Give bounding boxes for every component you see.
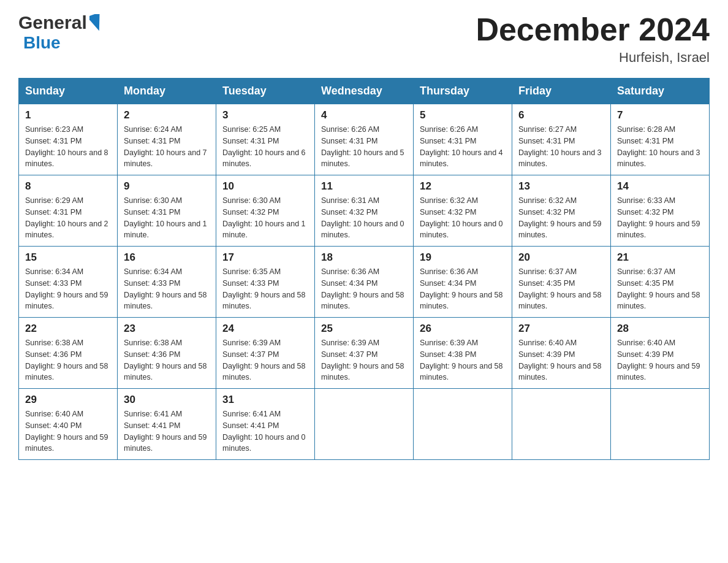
day-info: Sunrise: 6:39 AMSunset: 4:38 PMDaylight:… [420,337,506,383]
empty-cell [315,389,414,460]
page-header: General Blue December 2024 Hurfeish, Isr… [18,12,710,66]
day-info: Sunrise: 6:32 AMSunset: 4:32 PMDaylight:… [420,195,506,241]
day-cell-20: 20Sunrise: 6:37 AMSunset: 4:35 PMDayligh… [512,247,611,318]
day-info: Sunrise: 6:26 AMSunset: 4:31 PMDaylight:… [321,124,407,170]
day-info: Sunrise: 6:40 AMSunset: 4:39 PMDaylight:… [617,337,703,383]
weekday-header-monday: Monday [118,79,216,104]
logo-general-text: General [18,12,87,33]
day-number: 1 [25,109,111,121]
weekday-header-wednesday: Wednesday [315,79,414,104]
day-info: Sunrise: 6:40 AMSunset: 4:40 PMDaylight:… [25,408,111,454]
day-info: Sunrise: 6:30 AMSunset: 4:32 PMDaylight:… [222,195,308,241]
day-info: Sunrise: 6:33 AMSunset: 4:32 PMDaylight:… [617,195,703,241]
day-info: Sunrise: 6:36 AMSunset: 4:34 PMDaylight:… [420,266,506,312]
day-cell-30: 30Sunrise: 6:41 AMSunset: 4:41 PMDayligh… [118,389,216,460]
day-number: 13 [518,180,604,193]
day-info: Sunrise: 6:23 AMSunset: 4:31 PMDaylight:… [25,124,111,170]
day-number: 4 [321,109,407,121]
weekday-header-friday: Friday [512,79,611,104]
day-info: Sunrise: 6:37 AMSunset: 4:35 PMDaylight:… [518,266,604,312]
day-number: 22 [25,323,111,335]
week-row-5: 29Sunrise: 6:40 AMSunset: 4:40 PMDayligh… [19,389,710,460]
day-info: Sunrise: 6:32 AMSunset: 4:32 PMDaylight:… [518,195,604,241]
day-number: 26 [420,323,506,335]
day-info: Sunrise: 6:26 AMSunset: 4:31 PMDaylight:… [420,124,506,170]
day-number: 27 [518,323,604,335]
day-cell-14: 14Sunrise: 6:33 AMSunset: 4:32 PMDayligh… [611,175,710,247]
day-number: 21 [617,251,703,264]
weekday-header-tuesday: Tuesday [216,79,315,104]
day-cell-11: 11Sunrise: 6:31 AMSunset: 4:32 PMDayligh… [315,175,414,247]
day-info: Sunrise: 6:38 AMSunset: 4:36 PMDaylight:… [25,337,111,383]
day-info: Sunrise: 6:34 AMSunset: 4:33 PMDaylight:… [124,266,210,312]
weekday-header-saturday: Saturday [611,79,710,104]
empty-cell [611,389,710,460]
day-number: 18 [321,251,407,264]
day-cell-10: 10Sunrise: 6:30 AMSunset: 4:32 PMDayligh… [216,175,315,247]
day-cell-7: 7Sunrise: 6:28 AMSunset: 4:31 PMDaylight… [611,104,710,175]
day-number: 5 [420,109,506,121]
day-cell-13: 13Sunrise: 6:32 AMSunset: 4:32 PMDayligh… [512,175,611,247]
day-info: Sunrise: 6:39 AMSunset: 4:37 PMDaylight:… [222,337,308,383]
day-cell-9: 9Sunrise: 6:30 AMSunset: 4:31 PMDaylight… [118,175,216,247]
day-number: 30 [124,394,210,406]
weekday-header-row: SundayMondayTuesdayWednesdayThursdayFrid… [19,79,710,104]
day-cell-18: 18Sunrise: 6:36 AMSunset: 4:34 PMDayligh… [315,247,414,318]
day-info: Sunrise: 6:36 AMSunset: 4:34 PMDaylight:… [321,266,407,312]
calendar-table: SundayMondayTuesdayWednesdayThursdayFrid… [18,78,710,460]
weekday-header-sunday: Sunday [19,79,118,104]
day-number: 29 [25,394,111,406]
weekday-header-thursday: Thursday [414,79,512,104]
day-cell-3: 3Sunrise: 6:25 AMSunset: 4:31 PMDaylight… [216,104,315,175]
day-cell-23: 23Sunrise: 6:38 AMSunset: 4:36 PMDayligh… [118,318,216,389]
day-cell-24: 24Sunrise: 6:39 AMSunset: 4:37 PMDayligh… [216,318,315,389]
day-info: Sunrise: 6:35 AMSunset: 4:33 PMDaylight:… [222,266,308,312]
day-info: Sunrise: 6:25 AMSunset: 4:31 PMDaylight:… [222,124,308,170]
day-info: Sunrise: 6:41 AMSunset: 4:41 PMDaylight:… [222,408,308,454]
day-info: Sunrise: 6:34 AMSunset: 4:33 PMDaylight:… [25,266,111,312]
day-info: Sunrise: 6:30 AMSunset: 4:31 PMDaylight:… [124,195,210,241]
day-cell-17: 17Sunrise: 6:35 AMSunset: 4:33 PMDayligh… [216,247,315,318]
day-number: 17 [222,251,308,264]
day-cell-26: 26Sunrise: 6:39 AMSunset: 4:38 PMDayligh… [414,318,512,389]
day-number: 31 [222,394,308,406]
day-cell-27: 27Sunrise: 6:40 AMSunset: 4:39 PMDayligh… [512,318,611,389]
day-number: 19 [420,251,506,264]
day-cell-16: 16Sunrise: 6:34 AMSunset: 4:33 PMDayligh… [118,247,216,318]
day-number: 23 [124,323,210,335]
week-row-1: 1Sunrise: 6:23 AMSunset: 4:31 PMDaylight… [19,104,710,175]
day-number: 2 [124,109,210,121]
day-number: 14 [617,180,703,193]
day-info: Sunrise: 6:40 AMSunset: 4:39 PMDaylight:… [518,337,604,383]
day-number: 15 [25,251,111,264]
day-number: 20 [518,251,604,264]
week-row-2: 8Sunrise: 6:29 AMSunset: 4:31 PMDaylight… [19,175,710,247]
day-info: Sunrise: 6:39 AMSunset: 4:37 PMDaylight:… [321,337,407,383]
day-info: Sunrise: 6:31 AMSunset: 4:32 PMDaylight:… [321,195,407,241]
week-row-4: 22Sunrise: 6:38 AMSunset: 4:36 PMDayligh… [19,318,710,389]
day-info: Sunrise: 6:37 AMSunset: 4:35 PMDaylight:… [617,266,703,312]
logo-triangle-icon [89,14,103,31]
day-info: Sunrise: 6:24 AMSunset: 4:31 PMDaylight:… [124,124,210,170]
day-cell-15: 15Sunrise: 6:34 AMSunset: 4:33 PMDayligh… [19,247,118,318]
month-title: December 2024 [476,12,710,47]
day-number: 6 [518,109,604,121]
day-cell-5: 5Sunrise: 6:26 AMSunset: 4:31 PMDaylight… [414,104,512,175]
day-cell-4: 4Sunrise: 6:26 AMSunset: 4:31 PMDaylight… [315,104,414,175]
day-number: 10 [222,180,308,193]
day-number: 3 [222,109,308,121]
svg-marker-0 [89,14,103,31]
day-cell-21: 21Sunrise: 6:37 AMSunset: 4:35 PMDayligh… [611,247,710,318]
empty-cell [414,389,512,460]
day-number: 8 [25,180,111,193]
day-cell-2: 2Sunrise: 6:24 AMSunset: 4:31 PMDaylight… [118,104,216,175]
logo: General Blue [18,12,103,53]
logo-blue-text: Blue [23,33,61,52]
day-cell-6: 6Sunrise: 6:27 AMSunset: 4:31 PMDaylight… [512,104,611,175]
empty-cell [512,389,611,460]
day-cell-25: 25Sunrise: 6:39 AMSunset: 4:37 PMDayligh… [315,318,414,389]
day-number: 16 [124,251,210,264]
day-cell-22: 22Sunrise: 6:38 AMSunset: 4:36 PMDayligh… [19,318,118,389]
day-cell-29: 29Sunrise: 6:40 AMSunset: 4:40 PMDayligh… [19,389,118,460]
day-cell-19: 19Sunrise: 6:36 AMSunset: 4:34 PMDayligh… [414,247,512,318]
